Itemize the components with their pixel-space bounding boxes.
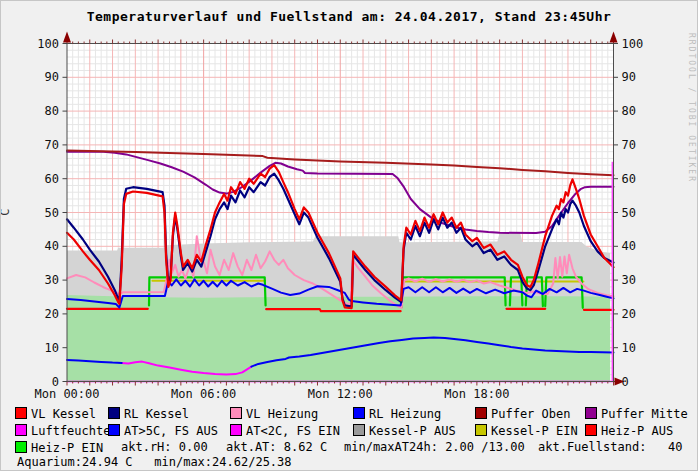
legend-item-akt-fuellstand-40: akt.Fuellstand: 40: [538, 441, 683, 454]
legend-item-kessel-p-ein: Kessel-P EIN: [475, 424, 578, 437]
legend-label: VL Heizung: [246, 407, 318, 421]
legend-swatch: [353, 407, 365, 419]
legend-label: VL Kessel: [31, 407, 96, 421]
y-tick-label-right: 60: [622, 172, 636, 186]
legend-swatch: [475, 407, 487, 419]
legend-label: min/maxAT24h: 2.00 /13.00: [344, 440, 525, 454]
y-tick-label-left: 10: [45, 341, 59, 355]
legend-label: Puffer Mitte: [601, 407, 688, 421]
legend-item-min-maxat24h-2-00-13-00: min/maxAT24h: 2.00 /13.00: [344, 441, 525, 454]
y-tick-label-left: 90: [45, 70, 59, 84]
legend-swatch: [353, 424, 365, 436]
legend-label: akt.AT: 8.62 C: [226, 440, 327, 454]
legend-label: AT>5C, FS AUS: [124, 424, 218, 438]
legend-item-akt-rh-0-00: akt.rH: 0.00: [121, 441, 208, 454]
y-axis-arrow-right: [610, 32, 618, 43]
y-tick-label-right: 100: [622, 37, 644, 51]
y-tick-label-right: 20: [622, 307, 636, 321]
legend-label: Heiz-P EIN: [31, 441, 103, 455]
legend-swatch: [585, 424, 597, 436]
y-tick-label-right: 0: [622, 375, 629, 389]
y-tick-label-right: 30: [622, 273, 636, 287]
legend-item-aquarium-24-94-c-min-max-24-62: Aquarium:24.94 C min/max:24.62/25.38: [17, 456, 292, 469]
legend-label: Puffer Oben: [491, 407, 570, 421]
y-axis-arrow-left: [63, 32, 71, 43]
y-tick-label-left: 50: [45, 206, 59, 220]
legend-label: Kessel-P EIN: [491, 424, 578, 438]
legend-swatch: [230, 407, 242, 419]
chart-canvas: 0010102020303040405050606070708080909010…: [1, 1, 698, 471]
x-tick-label: Mon 18:00: [444, 387, 509, 401]
legend-item-vl-heizung: VL Heizung: [230, 407, 318, 420]
y-tick-label-right: 90: [622, 70, 636, 84]
legend-label: RL Kessel: [124, 407, 189, 421]
rrdtool-watermark: RRDTOOL / TOBI OETIKER: [687, 33, 696, 183]
legend-label: RL Heizung: [369, 407, 441, 421]
legend-item-puffer-mitte: Puffer Mitte: [585, 407, 688, 420]
legend-label: akt.Fuellstand: 40: [538, 440, 683, 454]
legend-label: Kessel-P AUS: [369, 424, 456, 438]
y-tick-label-left: 30: [45, 273, 59, 287]
legend-swatch: [15, 407, 27, 419]
legend-swatch: [230, 424, 242, 436]
legend-item-at-2c-fs-ein: AT<2C, FS EIN: [230, 424, 340, 437]
legend-swatch: [15, 441, 27, 453]
legend-label: Aquarium:24.94 C min/max:24.62/25.38: [17, 455, 292, 469]
y-tick-label-left: 100: [37, 37, 59, 51]
x-tick-label: Mon 12:00: [308, 387, 373, 401]
legend-swatch: [108, 407, 120, 419]
y-tick-label-right: 70: [622, 138, 636, 152]
legend-item-kessel-p-aus: Kessel-P AUS: [353, 424, 456, 437]
y-tick-label-left: 80: [45, 104, 59, 118]
y-axis-unit-label: C: [0, 192, 12, 232]
legend-label: AT<2C, FS EIN: [246, 424, 340, 438]
legend-item-vl-kessel: VL Kessel: [15, 407, 96, 420]
y-tick-label-left: 20: [45, 307, 59, 321]
legend-item-heiz-p-aus: Heiz-P AUS: [585, 424, 673, 437]
legend-item-at-5c-fs-aus: AT>5C, FS AUS: [108, 424, 218, 437]
legend-item-luftfeuchte: Luftfeuchte: [15, 424, 110, 437]
legend-swatch: [15, 424, 27, 436]
legend-label: akt.rH: 0.00: [121, 440, 208, 454]
x-tick-label: Mon 06:00: [171, 387, 236, 401]
legend-label: Luftfeuchte: [31, 424, 110, 438]
legend-label: Heiz-P AUS: [601, 424, 673, 438]
legend-item-rl-heizung: RL Heizung: [353, 407, 441, 420]
legend-swatch: [108, 424, 120, 436]
y-tick-label-left: 70: [45, 138, 59, 152]
y-tick-label-right: 50: [622, 206, 636, 220]
y-tick-label-right: 40: [622, 239, 636, 253]
y-tick-label-left: 60: [45, 172, 59, 186]
legend-swatch: [585, 407, 597, 419]
legend-item-heiz-p-ein: Heiz-P EIN: [15, 441, 103, 454]
y-tick-label-right: 10: [622, 341, 636, 355]
legend-item-akt-at-8-62-c: akt.AT: 8.62 C: [226, 441, 327, 454]
legend-swatch: [475, 424, 487, 436]
y-tick-label-left: 40: [45, 239, 59, 253]
rrd-graph-image: Temperaturverlauf und Fuellstand am: 24.…: [0, 0, 698, 471]
x-tick-label: Mon 00:00: [34, 387, 99, 401]
y-tick-label-right: 80: [622, 104, 636, 118]
legend-item-puffer-oben: Puffer Oben: [475, 407, 570, 420]
legend-item-rl-kessel: RL Kessel: [108, 407, 189, 420]
